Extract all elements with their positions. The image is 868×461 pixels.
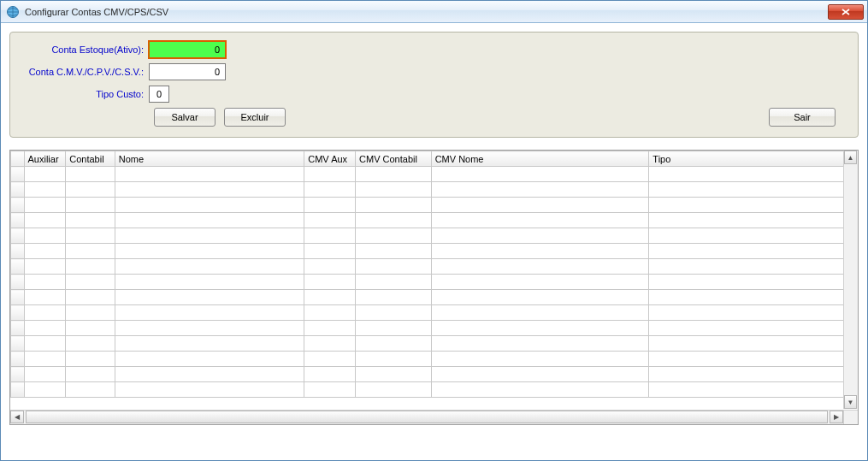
cell-cmv_contabil[interactable] (356, 382, 432, 398)
row-header-cell[interactable] (11, 290, 25, 305)
cell-cmv_aux[interactable] (304, 213, 356, 228)
cell-auxiliar[interactable] (24, 290, 66, 305)
cell-cmv_aux[interactable] (304, 305, 356, 321)
close-button[interactable] (828, 4, 864, 20)
table-row[interactable] (11, 259, 858, 275)
row-header-cell[interactable] (11, 336, 25, 352)
row-header-cell[interactable] (11, 367, 25, 382)
cell-nome[interactable] (115, 228, 304, 244)
cell-auxiliar[interactable] (24, 275, 66, 290)
titlebar[interactable]: Configurar Contas CMV/CPS/CSV (1, 1, 867, 23)
cell-nome[interactable] (115, 275, 304, 290)
cell-auxiliar[interactable] (24, 228, 66, 244)
cell-cmv_nome[interactable] (431, 275, 649, 290)
cell-cmv_aux[interactable] (304, 244, 356, 259)
cell-auxiliar[interactable] (24, 213, 66, 228)
cell-cmv_nome[interactable] (431, 213, 649, 228)
cell-contabil[interactable] (66, 305, 115, 321)
cell-cmv_aux[interactable] (304, 367, 356, 382)
cell-nome[interactable] (115, 244, 304, 259)
cell-contabil[interactable] (66, 367, 115, 382)
cell-tipo[interactable] (649, 382, 858, 398)
cell-nome[interactable] (115, 213, 304, 228)
cell-nome[interactable] (115, 336, 304, 352)
grid-table[interactable]: Auxiliar Contabil Nome CMV Aux CMV Conta… (10, 151, 858, 398)
row-header-cell[interactable] (11, 321, 25, 336)
cell-nome[interactable] (115, 198, 304, 213)
cell-tipo[interactable] (649, 228, 858, 244)
table-row[interactable] (11, 290, 858, 305)
horizontal-scrollbar[interactable]: ◀ ▶ (10, 410, 843, 424)
cell-nome[interactable] (115, 321, 304, 336)
cell-contabil[interactable] (66, 259, 115, 275)
cell-contabil[interactable] (66, 336, 115, 352)
cell-cmv_contabil[interactable] (356, 336, 432, 352)
cell-cmv_contabil[interactable] (356, 228, 432, 244)
table-row[interactable] (11, 244, 858, 259)
cell-tipo[interactable] (649, 244, 858, 259)
cell-tipo[interactable] (649, 182, 858, 198)
row-header-cell[interactable] (11, 213, 25, 228)
cell-cmv_aux[interactable] (304, 352, 356, 367)
grid-header-cmv-contabil[interactable]: CMV Contabil (356, 151, 432, 167)
cell-contabil[interactable] (66, 244, 115, 259)
cell-nome[interactable] (115, 167, 304, 182)
cell-contabil[interactable] (66, 352, 115, 367)
cell-tipo[interactable] (649, 275, 858, 290)
cell-auxiliar[interactable] (24, 382, 66, 398)
cell-cmv_aux[interactable] (304, 336, 356, 352)
cell-cmv_aux[interactable] (304, 182, 356, 198)
cell-tipo[interactable] (649, 336, 858, 352)
cell-auxiliar[interactable] (24, 259, 66, 275)
cell-cmv_nome[interactable] (431, 228, 649, 244)
cell-cmv_aux[interactable] (304, 275, 356, 290)
scroll-right-icon[interactable]: ▶ (830, 411, 843, 423)
row-header-cell[interactable] (11, 228, 25, 244)
excluir-button[interactable]: Excluir (224, 108, 286, 127)
cell-cmv_nome[interactable] (431, 182, 649, 198)
row-header-cell[interactable] (11, 182, 25, 198)
cell-cmv_nome[interactable] (431, 198, 649, 213)
cell-cmv_contabil[interactable] (356, 321, 432, 336)
cell-cmv_contabil[interactable] (356, 198, 432, 213)
cell-cmv_aux[interactable] (304, 290, 356, 305)
cell-cmv_nome[interactable] (431, 259, 649, 275)
cell-cmv_nome[interactable] (431, 321, 649, 336)
table-row[interactable] (11, 321, 858, 336)
cell-nome[interactable] (115, 290, 304, 305)
grid-header-cmv-aux[interactable]: CMV Aux (304, 151, 356, 167)
cell-nome[interactable] (115, 352, 304, 367)
cell-contabil[interactable] (66, 213, 115, 228)
cell-auxiliar[interactable] (24, 305, 66, 321)
cell-cmv_contabil[interactable] (356, 305, 432, 321)
cell-auxiliar[interactable] (24, 352, 66, 367)
cell-cmv_contabil[interactable] (356, 259, 432, 275)
table-row[interactable] (11, 367, 858, 382)
cell-cmv_nome[interactable] (431, 290, 649, 305)
cell-tipo[interactable] (649, 290, 858, 305)
cell-cmv_contabil[interactable] (356, 367, 432, 382)
row-header-cell[interactable] (11, 167, 25, 182)
cell-auxiliar[interactable] (24, 336, 66, 352)
cell-cmv_contabil[interactable] (356, 182, 432, 198)
cell-cmv_aux[interactable] (304, 198, 356, 213)
cell-contabil[interactable] (66, 382, 115, 398)
grid-header-tipo[interactable]: Tipo (649, 151, 858, 167)
row-header-cell[interactable] (11, 275, 25, 290)
table-row[interactable] (11, 336, 858, 352)
scroll-left-icon[interactable]: ◀ (10, 411, 24, 423)
row-header-cell[interactable] (11, 382, 25, 398)
cell-tipo[interactable] (649, 213, 858, 228)
cell-tipo[interactable] (649, 321, 858, 336)
cell-nome[interactable] (115, 259, 304, 275)
table-row[interactable] (11, 352, 858, 367)
cell-cmv_aux[interactable] (304, 321, 356, 336)
cell-auxiliar[interactable] (24, 182, 66, 198)
cell-cmv_nome[interactable] (431, 382, 649, 398)
row-header-cell[interactable] (11, 259, 25, 275)
grid-header-contabil[interactable]: Contabil (66, 151, 115, 167)
cell-contabil[interactable] (66, 275, 115, 290)
cell-cmv_aux[interactable] (304, 382, 356, 398)
cell-nome[interactable] (115, 367, 304, 382)
cell-cmv_aux[interactable] (304, 228, 356, 244)
